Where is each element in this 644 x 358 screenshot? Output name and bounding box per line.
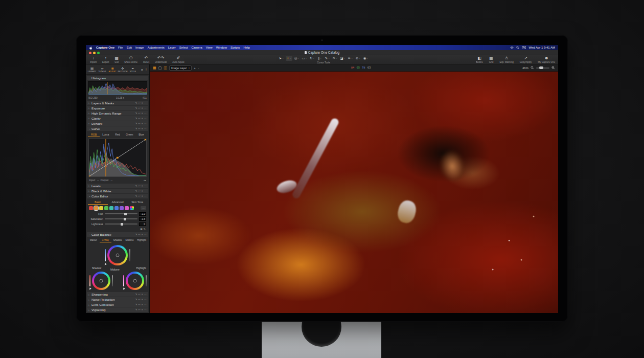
panel-action-icons[interactable]: ✎ ↩ ≡ ⋯: [135, 303, 147, 306]
search-icon[interactable]: [516, 46, 520, 50]
tab-menu-icon[interactable]: ⋮: [145, 68, 148, 72]
panel-action-icons[interactable]: ✎ ↩ ≡ ⋯: [135, 122, 147, 125]
chevron-right-icon[interactable]: ›: [88, 184, 90, 187]
color-editor-tab-advanced[interactable]: Advanced: [108, 199, 128, 205]
menu-item-layer[interactable]: Layer: [168, 46, 176, 49]
annotate-tool-button[interactable]: ◉⌄: [362, 56, 369, 61]
panel-header-exposure[interactable]: ›Exposure✎ ↩ ≡ ⋯: [87, 106, 148, 110]
image-viewer-canvas[interactable]: [150, 72, 558, 313]
panel-action-icons[interactable]: ✎ ↩ ≡ ⋯: [135, 195, 147, 197]
multi-view-icon[interactable]: ▦: [153, 66, 156, 70]
highlight-saturation-arc[interactable]: [146, 275, 147, 286]
menu-item-file[interactable]: File: [118, 46, 123, 49]
chevron-right-icon[interactable]: ›: [88, 293, 90, 296]
my-capture-one-button[interactable]: ☻My Capture One: [538, 56, 555, 63]
import-button[interactable]: ↓Import: [90, 56, 97, 63]
shadow-wheel-handle[interactable]: [100, 279, 103, 282]
chevron-right-icon[interactable]: ›: [88, 308, 90, 311]
midtone-saturation-arc[interactable]: [129, 249, 130, 261]
panel-header-clarity[interactable]: ›Clarity✎ ↩ ≡ ⋯: [87, 116, 148, 121]
add-layer-button[interactable]: +: [194, 66, 196, 70]
clone-tool-button[interactable]: ◪⌄: [339, 56, 346, 61]
erase-mask-tool-button[interactable]: ⊘⌄: [355, 56, 361, 61]
cull-button[interactable]: ▦Cull: [114, 56, 119, 63]
curve-tab-red[interactable]: Red: [111, 132, 123, 137]
hue-slider-thumb[interactable]: [124, 213, 127, 215]
menu-item-app[interactable]: Capture One: [96, 46, 114, 49]
zoom-window-button[interactable]: [97, 52, 100, 54]
menu-item-camera[interactable]: Camera: [191, 46, 202, 49]
panel-header-histogram[interactable]: ⌄ Histogram ⋯: [87, 76, 148, 80]
chevron-down-icon[interactable]: ⌄: [88, 233, 90, 236]
heal-tool-button[interactable]: ✑⌄: [332, 56, 338, 61]
chevron-down-icon[interactable]: ⌄: [88, 127, 90, 130]
menu-item-image[interactable]: Image: [135, 46, 144, 49]
curve-tab-luma[interactable]: Luma: [100, 132, 111, 137]
saturation-value[interactable]: 2.3: [139, 217, 146, 221]
lightness-slider-thumb[interactable]: [121, 223, 123, 226]
swatch-blue[interactable]: [114, 206, 119, 210]
midtone-wheel-handle[interactable]: [116, 253, 120, 257]
color-editor-tab-skin-tone[interactable]: Skin Tone: [127, 199, 147, 205]
swatch-pink[interactable]: [125, 206, 129, 210]
midtone-color-wheel[interactable]: [107, 245, 128, 265]
zoom-slider[interactable]: [536, 68, 549, 69]
highlight-wheel-handle[interactable]: [133, 279, 137, 282]
swatch-all-colors[interactable]: [130, 206, 134, 210]
undo-redo-button[interactable]: ↶↷Undo/Redo: [155, 56, 167, 63]
panel-header-sharpening[interactable]: ›Sharpening✎ ↩ ≡ ⋯: [87, 292, 148, 297]
copy-apply-button[interactable]: ↗Copy/Apply: [520, 56, 532, 63]
lightness-value[interactable]: 0: [139, 222, 146, 226]
chevron-down-icon[interactable]: ⌄: [88, 194, 90, 197]
curve-picker-icon[interactable]: ✑: [144, 178, 146, 182]
panel-header-dehaze[interactable]: ›Dehaze✎ ↩ ≡ ⋯: [87, 121, 148, 126]
menu-item-scripts[interactable]: Scripts: [231, 46, 240, 49]
menu-item-select[interactable]: Select: [179, 46, 188, 49]
panel-action-icons[interactable]: ✎ ↩ ≡ ⋯: [135, 298, 147, 301]
auto-adjust-button[interactable]: ✐Auto Adjust: [172, 56, 184, 63]
menu-item-edit[interactable]: Edit: [127, 46, 132, 49]
menu-item-help[interactable]: Help: [243, 46, 249, 49]
cb-tab-midtone[interactable]: Midtone: [124, 238, 136, 242]
tab-style[interactable]: ✒STYLE: [128, 65, 138, 74]
swatch-red[interactable]: [89, 206, 93, 210]
panel-header-hdr[interactable]: ›High Dynamic Range✎ ↩ ≡ ⋯: [87, 111, 148, 116]
add-layer-caret-icon[interactable]: ⌄: [198, 66, 199, 69]
menu-bar-clock[interactable]: Wed Apr 1 9:41 AM: [528, 46, 555, 49]
menu-item-window[interactable]: Window: [216, 46, 227, 49]
menu-item-view[interactable]: View: [206, 46, 213, 49]
reset-button[interactable]: ↶Reset: [143, 56, 149, 63]
panel-header-layers[interactable]: ›Layers & Masks✎ ↩ ≡ ⋯: [87, 101, 148, 105]
curve-tab-blue[interactable]: Blue: [135, 132, 147, 137]
minimize-window-button[interactable]: [93, 52, 96, 54]
swatch-more-button[interactable]: …: [141, 206, 146, 210]
export-button[interactable]: ↑Export: [102, 56, 109, 63]
spot-tool-button[interactable]: ✎⌄: [324, 56, 331, 61]
chevron-right-icon[interactable]: ›: [88, 101, 90, 104]
swatch-green[interactable]: [104, 206, 108, 210]
shadow-lightness-arc[interactable]: [89, 275, 90, 286]
saturation-slider[interactable]: [105, 218, 137, 219]
tab-library[interactable]: ▤LIBRARY: [87, 65, 97, 74]
chevron-right-icon[interactable]: ›: [88, 117, 90, 120]
zoom-level[interactable]: 46%: [522, 66, 528, 70]
cb-tab-shadow[interactable]: Shadow: [111, 238, 124, 242]
chevron-right-icon[interactable]: ›: [88, 303, 90, 306]
tab-tether[interactable]: ∞TETHER: [97, 65, 107, 74]
panel-action-icons[interactable]: ✎ ↩ ≡ ⋯: [135, 117, 147, 120]
hue-slider[interactable]: [105, 213, 137, 214]
highlight-lightness-arc[interactable]: [123, 275, 124, 286]
pan-tool-button[interactable]: ✛⌄: [286, 56, 292, 61]
primary-view-icon[interactable]: ▢: [158, 66, 162, 70]
panel-action-icons[interactable]: ✎ ↩ ≡ ⋯: [135, 102, 147, 104]
loupe-tool-button[interactable]: ◎⌄: [293, 56, 300, 61]
chevron-right-icon[interactable]: ›: [88, 122, 90, 125]
cb-tab-master[interactable]: Master: [87, 238, 100, 242]
chevron-right-icon[interactable]: ›: [88, 111, 90, 115]
control-center-icon[interactable]: [522, 46, 526, 50]
more-icon[interactable]: ⋯: [144, 77, 147, 79]
swatch-orange[interactable]: [94, 206, 98, 210]
shadow-saturation-arc[interactable]: [112, 275, 113, 286]
swatch-yellow[interactable]: [99, 206, 103, 210]
layer-selector[interactable]: Image Layer ↕: [169, 65, 192, 71]
